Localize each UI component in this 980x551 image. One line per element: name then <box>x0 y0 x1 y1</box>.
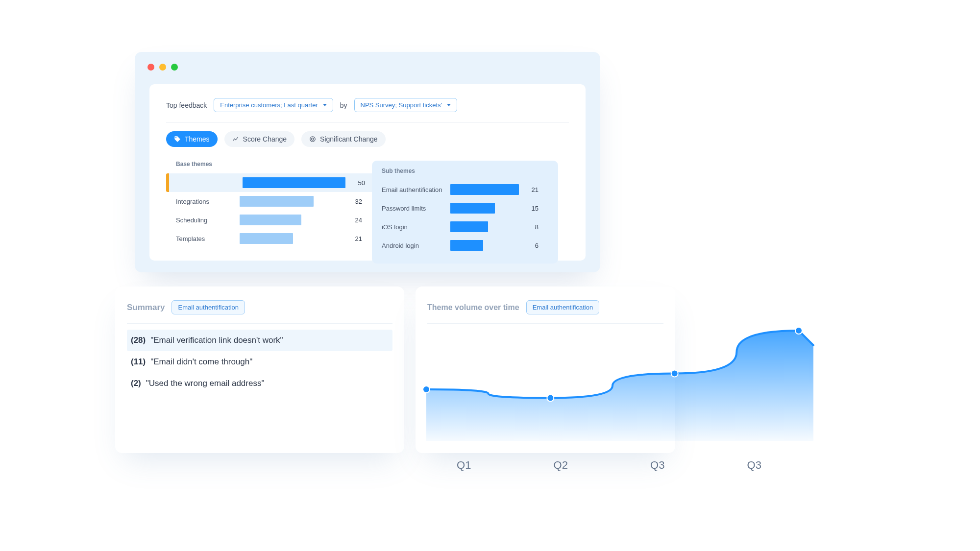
base-theme-label: Templates <box>166 235 240 242</box>
segment-select-value: Enterprise customers; Last quarter <box>220 101 318 109</box>
sub-theme-value: 15 <box>519 205 539 212</box>
summary-text: "Email verification link doesn't work" <box>150 335 283 345</box>
base-theme-label: Scheduling <box>166 216 240 224</box>
base-theme-value: 32 <box>343 198 362 205</box>
bar-fill <box>450 240 483 251</box>
bar-fill <box>450 221 488 232</box>
sub-theme-row[interactable]: iOS login 8 <box>382 217 548 236</box>
svg-point-5 <box>795 327 802 334</box>
tab-themes-label: Themes <box>185 135 210 143</box>
base-theme-value: 24 <box>343 216 362 224</box>
tab-significant-change[interactable]: Significant Change <box>301 131 386 147</box>
summary-filter-chip[interactable]: Email authentification <box>172 300 245 314</box>
top-feedback-label: Top feedback <box>166 101 207 109</box>
summary-title: Summary <box>127 303 165 312</box>
summary-item[interactable]: (28) "Email verification link doesn't wo… <box>127 330 392 351</box>
chevron-down-icon <box>447 104 451 106</box>
chart-x-axis: Q1 Q2 Q3 Q3 <box>416 459 803 472</box>
sub-theme-value: 6 <box>519 242 539 249</box>
summary-text: "Email didn't come through" <box>150 357 252 367</box>
divider <box>166 122 569 122</box>
tab-significant-change-label: Significant Change <box>320 135 378 143</box>
x-tick: Q3 <box>706 459 803 472</box>
x-tick: Q2 <box>513 459 610 472</box>
dashboard-panel: Top feedback Enterprise customers; Last … <box>149 84 586 261</box>
base-themes-header: Base themes <box>166 161 377 168</box>
base-theme-row[interactable]: Templates 21 <box>166 229 377 248</box>
volume-chart-card: Theme volume over time Email authentific… <box>416 287 675 453</box>
tab-themes[interactable]: Themes <box>166 131 218 147</box>
chart-filter-chip[interactable]: Email authentification <box>526 300 600 314</box>
summary-card: Summary Email authentification (28) "Ema… <box>115 287 404 453</box>
bar-track <box>240 215 343 225</box>
summary-count: (2) <box>131 379 141 388</box>
sub-theme-value: 8 <box>519 223 539 231</box>
bar-track <box>240 233 343 244</box>
bar-track <box>243 177 345 188</box>
sub-theme-label: Password limits <box>382 205 450 212</box>
window-traffic-lights <box>147 64 178 71</box>
summary-count: (11) <box>131 357 146 367</box>
close-icon[interactable] <box>147 64 154 71</box>
base-theme-row[interactable]: Scheduling 24 <box>166 211 377 229</box>
bar-track <box>450 184 519 195</box>
bar-fill <box>240 196 314 207</box>
tab-score-change-label: Score Change <box>243 135 287 143</box>
base-theme-value: 21 <box>343 235 362 242</box>
by-label: by <box>340 101 347 109</box>
target-icon <box>309 136 316 143</box>
sub-themes-column: Sub themes Email authentification 21 Pas… <box>372 161 558 264</box>
bar-track <box>450 221 519 232</box>
svg-point-1 <box>312 138 314 141</box>
svg-point-0 <box>310 137 316 142</box>
sub-theme-row[interactable]: Email authentification 21 <box>382 180 548 199</box>
sub-theme-row[interactable]: Password limits 15 <box>382 199 548 217</box>
themes-area: Base themes 50 Integrations 32 Schedulin… <box>166 161 569 264</box>
base-theme-row[interactable]: 50 <box>166 173 377 192</box>
source-select-value: NPS Survey; Support tickets' <box>361 101 442 109</box>
chart-title: Theme volume over time <box>427 303 519 312</box>
source-select[interactable]: NPS Survey; Support tickets' <box>354 98 458 112</box>
sub-theme-label: Android login <box>382 242 450 249</box>
x-tick: Q3 <box>609 459 706 472</box>
tag-icon <box>174 136 181 143</box>
summary-count: (28) <box>131 335 146 345</box>
base-theme-row[interactable]: Integrations 32 <box>166 192 377 211</box>
bar-fill <box>240 215 301 225</box>
summary-item[interactable]: (11) "Email didn't come through" <box>127 351 392 373</box>
bar-track <box>450 240 519 251</box>
filter-row: Top feedback Enterprise customers; Last … <box>166 98 569 112</box>
base-theme-value: 50 <box>345 179 365 187</box>
sub-theme-value: 21 <box>519 186 539 193</box>
bar-fill <box>243 177 345 188</box>
tab-score-change[interactable]: Score Change <box>224 131 295 147</box>
summary-header: Summary Email authentification <box>127 300 392 324</box>
bar-fill <box>450 203 495 214</box>
base-themes-column: Base themes 50 Integrations 32 Schedulin… <box>166 161 377 264</box>
maximize-icon[interactable] <box>171 64 178 71</box>
sub-themes-header: Sub themes <box>382 168 548 174</box>
summary-item[interactable]: (2) "Used the wrong email address" <box>127 373 392 394</box>
bar-fill <box>450 184 519 195</box>
sub-theme-label: iOS login <box>382 223 450 231</box>
bar-track <box>450 203 519 214</box>
tab-row: Themes Score Change Significant Change <box>166 131 569 147</box>
minimize-icon[interactable] <box>159 64 166 71</box>
summary-text: "Used the wrong email address" <box>146 379 265 388</box>
sub-theme-label: Email authentification <box>382 186 450 193</box>
segment-select[interactable]: Enterprise customers; Last quarter <box>214 98 333 112</box>
sub-theme-row[interactable]: Android login 6 <box>382 236 548 255</box>
feedback-dashboard-card: Top feedback Enterprise customers; Last … <box>135 52 600 272</box>
base-theme-label: Integrations <box>166 198 240 205</box>
x-tick: Q1 <box>416 459 513 472</box>
bar-fill <box>240 233 293 244</box>
bar-track <box>240 196 343 207</box>
chart-header: Theme volume over time Email authentific… <box>427 300 663 324</box>
chart-icon <box>232 136 239 143</box>
chevron-down-icon <box>323 104 327 106</box>
